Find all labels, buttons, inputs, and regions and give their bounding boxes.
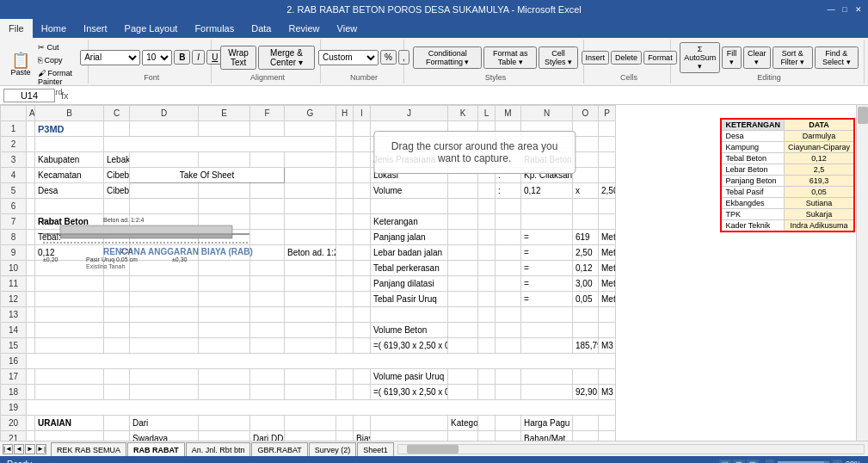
cell-G17[interactable]: [285, 369, 336, 385]
cell-E21[interactable]: [199, 431, 250, 441]
cell-J5[interactable]: Volume: [371, 183, 448, 199]
cell-M2[interactable]: [496, 137, 521, 152]
cell-M6[interactable]: [496, 199, 521, 214]
cell-A3[interactable]: [27, 152, 35, 168]
cell-L9[interactable]: [478, 245, 496, 261]
cell-H17[interactable]: [336, 369, 354, 385]
cell-D7[interactable]: [130, 214, 199, 230]
col-header-D[interactable]: D: [130, 106, 199, 121]
cell-K10[interactable]: [448, 261, 478, 276]
cell-L10[interactable]: [478, 261, 496, 276]
cell-D17[interactable]: [130, 369, 199, 385]
cell-B7[interactable]: Rabat Beton: [35, 214, 104, 230]
cell-reference-input[interactable]: [3, 89, 55, 102]
cell-B20[interactable]: URAIAN: [35, 416, 104, 431]
tab-data[interactable]: Data: [243, 19, 280, 38]
cell-A21[interactable]: [27, 431, 35, 441]
cell-F9[interactable]: [250, 245, 285, 261]
cell-F6[interactable]: [250, 199, 285, 214]
cell-styles-button[interactable]: Cell Styles ▾: [539, 46, 578, 69]
col-header-C[interactable]: C: [104, 106, 130, 121]
bold-button[interactable]: B: [174, 50, 190, 65]
cell-A11[interactable]: [27, 276, 35, 292]
cell-B18[interactable]: [35, 385, 104, 400]
number-format-select[interactable]: Custom: [318, 50, 379, 65]
cell-P14[interactable]: [599, 323, 616, 338]
cell-L5[interactable]: [478, 183, 496, 199]
cell-E15[interactable]: [199, 338, 250, 354]
cell-D3[interactable]: [130, 152, 199, 168]
cell-N15[interactable]: [521, 338, 573, 354]
cell-P6[interactable]: [599, 199, 616, 214]
tab-next-button[interactable]: ►: [25, 444, 35, 454]
cell-L4[interactable]: [478, 168, 496, 183]
cell-A13[interactable]: [27, 307, 35, 323]
page-layout-button[interactable]: ▦: [733, 460, 745, 464]
cell-M12[interactable]: [496, 292, 521, 307]
cell-I9[interactable]: [354, 245, 371, 261]
insert-cell-button[interactable]: Insert: [582, 51, 610, 65]
cell-I20[interactable]: [354, 416, 371, 431]
cell-C8[interactable]: [104, 230, 130, 245]
col-header-E[interactable]: E: [199, 106, 250, 121]
info-value-kampung[interactable]: Ciayunan-Ciparay: [784, 142, 854, 153]
cell-L12[interactable]: [478, 292, 496, 307]
col-header-O[interactable]: O: [573, 106, 599, 121]
cell-P20[interactable]: [599, 416, 616, 431]
cell-J8[interactable]: Panjang jalan: [371, 230, 448, 245]
cell-E12[interactable]: [199, 292, 250, 307]
cell-J12[interactable]: Tebal Pasir Uruq: [371, 292, 448, 307]
cell-E10[interactable]: [199, 261, 250, 276]
cell-B5[interactable]: Desa: [35, 183, 104, 199]
cell-K1[interactable]: [448, 121, 478, 137]
tab-first-button[interactable]: |◄: [3, 444, 13, 454]
cell-P5[interactable]: 2,50 x 619: [599, 183, 616, 199]
cell-N2[interactable]: [521, 137, 573, 152]
cell-O14[interactable]: [573, 323, 599, 338]
cell-E9[interactable]: [199, 245, 250, 261]
font-family-select[interactable]: Arial: [80, 50, 140, 65]
cell-M10[interactable]: [496, 261, 521, 276]
paste-button[interactable]: 📋 Paste: [9, 46, 33, 83]
cell-C21[interactable]: [104, 431, 130, 441]
cell-19[interactable]: [27, 400, 616, 416]
cell-E5[interactable]: [199, 183, 250, 199]
cell-E3[interactable]: [199, 152, 250, 168]
format-painter-button[interactable]: 🖌 Format Painter: [34, 67, 83, 88]
cell-H1[interactable]: [336, 121, 354, 137]
info-value-panjang-beton[interactable]: 619,3: [784, 176, 854, 187]
cell-K21[interactable]: [448, 431, 478, 441]
cell-A12[interactable]: [27, 292, 35, 307]
cell-K8[interactable]: [448, 230, 478, 245]
cell-C9[interactable]: [104, 245, 130, 261]
cell-D13[interactable]: [130, 307, 199, 323]
cell-M5[interactable]: :: [496, 183, 521, 199]
cell-G5[interactable]: [285, 183, 336, 199]
cell-N10[interactable]: =: [521, 261, 573, 276]
cell-B11[interactable]: [35, 276, 104, 292]
cell-C17[interactable]: [104, 369, 130, 385]
cell-H21[interactable]: [336, 431, 354, 441]
cut-button[interactable]: ✂ Cut: [34, 41, 83, 53]
cell-K12[interactable]: [448, 292, 478, 307]
cell-G1[interactable]: [285, 121, 336, 137]
cell-F5[interactable]: [250, 183, 285, 199]
window-controls[interactable]: — □ ✕: [825, 3, 865, 15]
scrollbar-thumb-h[interactable]: [407, 445, 459, 454]
cell-O3[interactable]: [573, 152, 599, 168]
cell-N18[interactable]: [521, 385, 573, 400]
cell-C11[interactable]: [104, 276, 130, 292]
cell-O15[interactable]: 185,79: [573, 338, 599, 354]
info-value-desa[interactable]: Darmulya: [784, 131, 854, 142]
cell-N14[interactable]: [521, 323, 573, 338]
cell-H2[interactable]: [336, 137, 354, 152]
cell-C5[interactable]: Cibeber: [104, 183, 130, 199]
sheet-tab-gbr-rabat[interactable]: GBR.RABAT: [251, 442, 307, 456]
cell-F1[interactable]: [250, 121, 285, 137]
cell-J6[interactable]: [371, 199, 448, 214]
cell-F12[interactable]: [250, 292, 285, 307]
cell-H13[interactable]: [336, 307, 354, 323]
cell-B9[interactable]: 0,12: [35, 245, 104, 261]
cell-O2[interactable]: [573, 137, 599, 152]
cell-C2[interactable]: [104, 137, 336, 152]
